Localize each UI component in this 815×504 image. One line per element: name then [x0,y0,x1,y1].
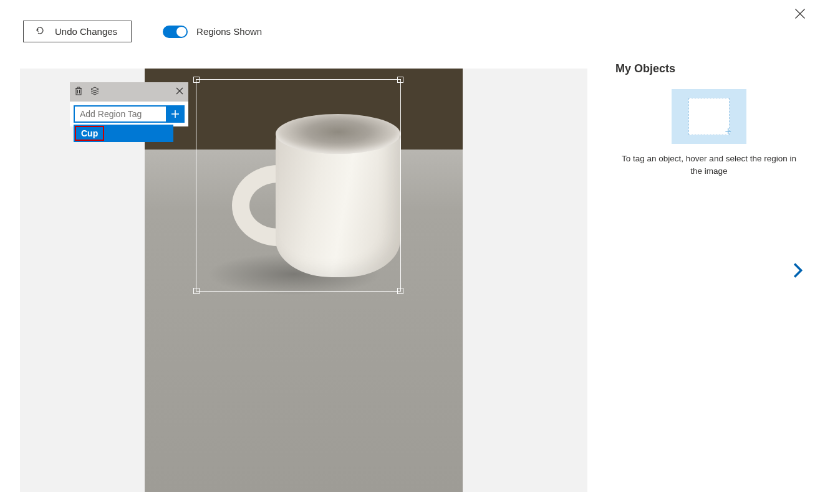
sidebar-title: My Objects [615,62,803,75]
sidebar: My Objects + To tag an object, hover and… [615,62,803,178]
tag-suggestion[interactable]: Cup [74,125,173,142]
delete-icon[interactable] [74,86,84,98]
image-holder[interactable] [145,69,463,492]
next-button[interactable] [791,262,805,282]
close-icon[interactable] [794,7,806,20]
undo-label: Undo Changes [55,26,117,37]
add-tag-button[interactable] [166,105,185,123]
tag-popup: Cup [70,82,188,126]
tag-input-row [70,102,188,126]
plus-icon: + [725,126,731,137]
tag-suggestion-label: Cup [75,126,104,141]
region-handle-tr[interactable] [397,77,403,83]
dashed-box-icon: + [688,98,730,135]
svg-rect-0 [76,88,81,95]
close-popup-icon[interactable] [175,86,185,98]
region-handle-bl[interactable] [193,288,200,294]
layers-icon[interactable] [90,86,100,98]
region-selection[interactable] [196,79,401,292]
tag-input[interactable] [74,105,166,123]
tag-popup-toolbar [70,82,188,102]
regions-toggle[interactable] [163,26,188,38]
region-handle-tl[interactable] [193,77,200,83]
region-handle-br[interactable] [397,288,403,294]
object-placeholder[interactable]: + [672,89,746,144]
regions-toggle-wrap: Regions Shown [163,26,262,38]
sidebar-hint: To tag an object, hover and select the r… [615,153,803,178]
top-toolbar: Undo Changes Regions Shown [23,21,262,42]
undo-button[interactable]: Undo Changes [23,21,132,42]
regions-toggle-label: Regions Shown [196,26,262,37]
undo-icon [35,26,45,37]
